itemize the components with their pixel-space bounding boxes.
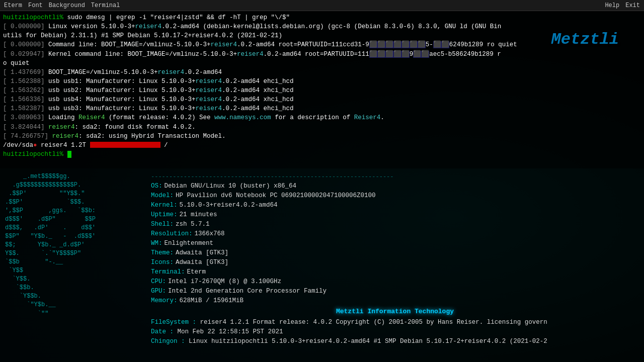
filesystem-value: reiser4 1.2.1 Format release: 4.0.2 Copy… [200, 319, 547, 326]
menu-terminal[interactable]: Terminal [91, 2, 120, 9]
terminal-line: [ 1.437669] BOOT_IMAGE=/vmlinuz-5.10.0-3… [3, 68, 641, 77]
gpu-sep: : [163, 287, 167, 296]
cpu-sep: : [163, 277, 167, 287]
terminal-line: [ 1.582387] usb usb3: Manufacturer: Linu… [3, 104, 641, 113]
chingon-value: Linux huitzilopochtli 5.10.0-3+reiser4.0… [189, 338, 547, 345]
kernel-value: 5.10.0-3+reiser4.0.2-amd64 [180, 201, 278, 210]
uptime-label: Uptime [151, 210, 174, 220]
terminal-line: o quiet [3, 59, 641, 68]
chingon-colon: : [181, 338, 189, 345]
date-label: Date [151, 328, 166, 335]
kernel-label: Kernel [151, 201, 174, 210]
terminal-info-label: Terminal [151, 267, 181, 277]
terminal-line: utils for Debian) 2.31.1) #1 SMP Debian … [3, 31, 641, 40]
theme-line: Theme : Adwaita [GTK3] [151, 248, 639, 258]
wm-line: WM : Enlightenment [151, 239, 639, 248]
date-colon: : [170, 328, 178, 335]
memory-sep: : [174, 296, 178, 306]
os-value: Debian GNU/Linux 10 (buster) x86_64 [165, 182, 297, 191]
wm-value: Enlightenment [165, 239, 214, 248]
terminal-line: [ 0.029947] Kernel command line: BOOT_IM… [3, 50, 641, 59]
terminal-bottom: _.met$$$$$gg. .g$$$$$$$$$$$$$$$P. .$$P' … [0, 168, 644, 362]
theme-value: Adwaita [GTK3] [176, 248, 228, 258]
os-label: OS [151, 182, 158, 191]
shell-line: Shell : zsh 5.7.1 [151, 220, 639, 229]
theme-label: Theme [151, 248, 170, 258]
terminal-line: [ 1.562388] usb usb1: Manufacturer: Linu… [3, 77, 641, 86]
model-value: HP Pavilion dv6 Notebook PC 069021000020… [176, 191, 376, 201]
terminal-line: [ 3.824044] reiser4: sda2: found disk fo… [3, 123, 641, 132]
memory-line: Memory : 628MiB / 15961MiB [151, 296, 639, 306]
brand-line: Metztli Information Technology [151, 307, 639, 317]
icons-value: Adwaita [GTK3] [176, 258, 228, 267]
terminal-line-si: Terminal : Eterm [151, 267, 639, 277]
terminal-line: [ 0.000000] Command line: BOOT_IMAGE=/vm… [3, 40, 641, 49]
wm-sep: : [158, 239, 163, 248]
theme-sep: : [170, 248, 174, 258]
cpu-label: CPU [151, 277, 163, 287]
kernel-sep: : [174, 201, 178, 210]
menu-exit[interactable]: Exit [625, 2, 640, 9]
filesystem-colon: : [193, 319, 200, 326]
shell-value: zsh 5.7.1 [176, 220, 210, 229]
menu-background[interactable]: Background [49, 2, 85, 9]
gpu-label: GPU [151, 287, 163, 296]
terminal-line: [ 3.089063] Loading Reiser4 (format rele… [3, 113, 641, 122]
memory-label: Memory [151, 296, 174, 306]
kernel-line: Kernel : 5.10.0-3+reiser4.0.2-amd64 [151, 201, 639, 210]
metztli-brand-overlay: Metztli [551, 30, 619, 49]
filesystem-label: FileSystem [151, 319, 189, 326]
terminal-line: [ 1.563262] usb usb2: Manufacturer: Linu… [3, 86, 641, 95]
chingon-label: Chingon [151, 338, 178, 345]
menu-font[interactable]: Font [28, 2, 43, 9]
resolution-sep: : [189, 229, 193, 239]
cpu-value: Intel i7-2670QM (8) @ 3.100GHz [168, 277, 281, 287]
os-sep: : [158, 182, 163, 191]
terminal-line: huitzilopochtli% sudo dmesg | egrep -i "… [3, 13, 641, 22]
resolution-value: 1366x768 [195, 229, 225, 239]
model-line: Model : HP Pavilion dv6 Notebook PC 0690… [151, 191, 639, 201]
terminal-prompt-line: huitzilopochtli% [3, 150, 641, 159]
uptime-sep: : [174, 210, 178, 220]
model-label: Model [151, 191, 170, 201]
cpu-line: CPU : Intel i7-2670QM (8) @ 3.100GHz [151, 277, 639, 287]
terminal-line: [ 0.000000] Linux version 5.10.0-3+reise… [3, 22, 641, 31]
menu-bar: Eterm Font Background Terminal Help Exit [0, 0, 644, 11]
icons-sep: : [170, 258, 174, 267]
date-value: Mon Feb 22 12:58:15 PST 2021 [178, 328, 283, 335]
model-sep: : [170, 191, 174, 201]
divider: ----------------------------------------… [151, 172, 639, 182]
menu-eterm[interactable]: Eterm [4, 2, 22, 9]
menu-help[interactable]: Help [605, 2, 619, 9]
uptime-value: 21 minutes [180, 210, 217, 220]
wm-label: WM [151, 239, 158, 248]
terminal-info-value: Eterm [187, 267, 206, 277]
system-info-panel: ----------------------------------------… [146, 168, 644, 362]
chingon-line: Chingon : Linux huitzilopochtli 5.10.0-3… [151, 337, 639, 346]
ascii-art: _.met$$$$$gg. .g$$$$$$$$$$$$$$$P. .$$P' … [0, 168, 146, 362]
terminal-line: /dev/sda● reiser4 1.2T / [3, 141, 641, 150]
shell-sep: : [170, 220, 174, 229]
icons-label: Icons [151, 258, 170, 267]
date-line: Date : Mon Feb 22 12:58:15 PST 2021 [151, 327, 639, 337]
terminal-sep: : [181, 267, 185, 277]
uptime-line: Uptime : 21 minutes [151, 210, 639, 220]
terminal-top: Eterm Font Background Terminal Help Exit… [0, 0, 644, 168]
gpu-value: Intel 2nd Generation Core Processor Fami… [168, 287, 327, 296]
brand-text: Metztli Information Technology [336, 308, 454, 315]
resolution-label: Resolution [151, 229, 189, 239]
terminal-output-top: huitzilopochtli% sudo dmesg | egrep -i "… [0, 11, 644, 161]
shell-label: Shell [151, 220, 170, 229]
icons-line: Icons : Adwaita [GTK3] [151, 258, 639, 267]
terminal-line: [ 1.566336] usb usb4: Manufacturer: Linu… [3, 95, 641, 104]
os-line: OS : Debian GNU/Linux 10 (buster) x86_64 [151, 182, 639, 191]
gpu-line: GPU : Intel 2nd Generation Core Processo… [151, 287, 639, 296]
filesystem-line: FileSystem : reiser4 1.2.1 Format releas… [151, 318, 639, 327]
terminal-line: [ 74.266757] reiser4: sda2: using Hybrid… [3, 132, 641, 141]
memory-value: 628MiB / 15961MiB [180, 296, 244, 306]
resolution-line: Resolution : 1366x768 [151, 229, 639, 239]
